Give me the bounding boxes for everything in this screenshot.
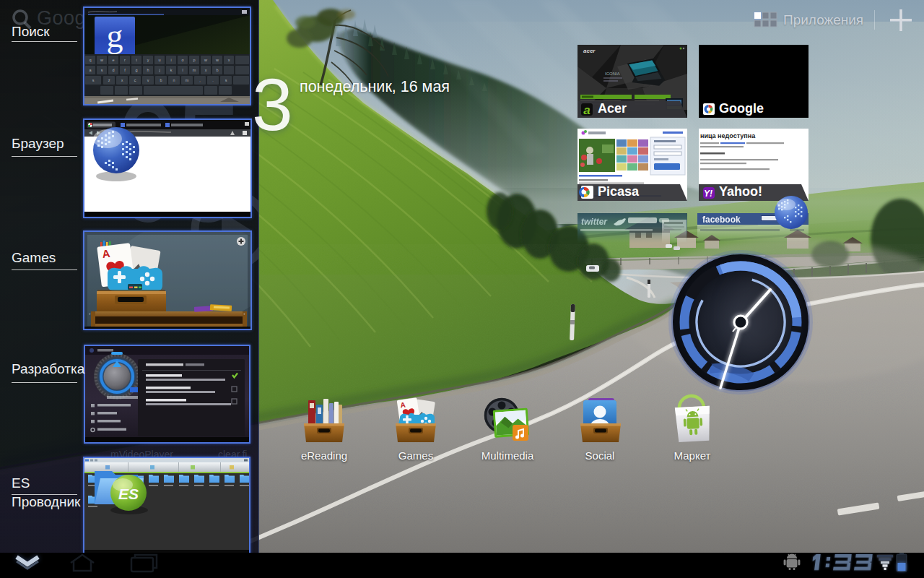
- svg-text:r: r: [124, 58, 126, 62]
- svg-text:w: w: [100, 58, 103, 62]
- svg-text:l: l: [182, 68, 183, 72]
- svg-text:z: z: [108, 78, 110, 82]
- svg-text:j: j: [158, 68, 160, 72]
- svg-text:v: v: [147, 78, 149, 82]
- svg-text:‹: ‹: [89, 311, 91, 317]
- svg-text:x: x: [228, 58, 230, 62]
- svg-text:o: o: [181, 58, 183, 62]
- svg-text:m: m: [186, 78, 189, 82]
- svg-text:A: A: [101, 247, 110, 260]
- svg-text:c: c: [134, 78, 136, 82]
- svg-text:›: ›: [243, 311, 245, 317]
- svg-text:g: g: [107, 17, 123, 54]
- svg-text:u: u: [158, 58, 160, 62]
- svg-text:w: w: [215, 58, 219, 62]
- svg-text:m: m: [193, 68, 196, 72]
- svg-text:s: s: [92, 78, 95, 82]
- svg-text:ES: ES: [118, 486, 139, 502]
- svg-text:Y!: Y!: [704, 189, 712, 199]
- svg-text:e: e: [112, 58, 114, 62]
- svg-text:x: x: [121, 78, 123, 82]
- svg-text:d: d: [112, 68, 114, 72]
- svg-text:y: y: [147, 58, 149, 62]
- svg-text:i: i: [170, 58, 171, 62]
- svg-text:n: n: [173, 78, 175, 82]
- svg-text:A: A: [400, 401, 406, 410]
- svg-text:p: p: [193, 58, 195, 62]
- svg-text:s: s: [225, 78, 227, 82]
- svg-text:acer: acer: [583, 48, 596, 54]
- svg-text:s: s: [101, 68, 103, 72]
- svg-text:w: w: [204, 58, 207, 62]
- svg-text:b: b: [216, 68, 218, 72]
- svg-text:x: x: [205, 68, 207, 72]
- svg-text:k: k: [170, 68, 173, 72]
- svg-text:b: b: [160, 78, 162, 82]
- svg-text:q: q: [89, 58, 91, 62]
- svg-text:a: a: [583, 103, 590, 117]
- svg-text:h: h: [147, 68, 149, 72]
- svg-text:g: g: [135, 68, 137, 72]
- svg-text:ICONIA: ICONIA: [605, 72, 620, 76]
